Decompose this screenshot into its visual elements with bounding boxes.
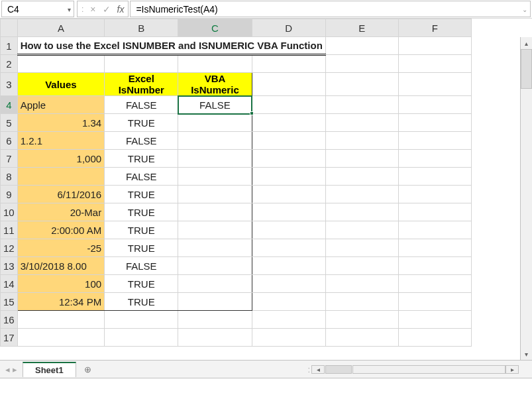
col-header-B[interactable]: B [105, 19, 178, 37]
cell[interactable] [398, 55, 471, 73]
spreadsheet-grid[interactable]: A B C D E F 1 How to use the Excel ISNUM… [0, 19, 532, 360]
cell[interactable] [252, 239, 325, 257]
cell[interactable] [398, 114, 471, 132]
cell[interactable]: FALSE [105, 132, 178, 150]
cell[interactable] [252, 293, 325, 311]
col-header-D[interactable]: D [252, 19, 325, 37]
scroll-down-icon[interactable]: ▾ [521, 348, 532, 360]
cell[interactable] [325, 114, 398, 132]
cell[interactable] [178, 329, 252, 347]
row-header[interactable]: 16 [1, 311, 18, 329]
cell[interactable] [325, 132, 398, 150]
cell[interactable] [325, 221, 398, 239]
cell[interactable] [398, 132, 471, 150]
scroll-thumb[interactable] [521, 49, 532, 89]
cell[interactable] [17, 168, 104, 186]
cell[interactable] [178, 293, 252, 311]
cell[interactable] [178, 275, 252, 293]
cell[interactable] [178, 150, 252, 168]
cell[interactable] [252, 73, 325, 96]
cell[interactable]: TRUE [105, 275, 178, 293]
formula-bar[interactable]: ⌄ [130, 1, 531, 17]
cell[interactable] [325, 55, 398, 73]
cell[interactable] [398, 168, 471, 186]
scroll-thumb[interactable] [325, 365, 352, 374]
row-header[interactable]: 8 [1, 168, 18, 186]
cell[interactable]: FALSE [105, 168, 178, 186]
cell[interactable] [252, 186, 325, 203]
cell[interactable]: 1.34 [17, 114, 104, 132]
cell[interactable] [325, 275, 398, 293]
cell[interactable]: TRUE [105, 293, 178, 311]
select-all-corner[interactable] [1, 19, 18, 37]
cell[interactable] [398, 257, 471, 275]
col-header-E[interactable]: E [325, 19, 398, 37]
cell[interactable]: TRUE [105, 186, 178, 203]
cell[interactable] [178, 186, 252, 203]
scroll-track[interactable] [521, 89, 532, 348]
cell[interactable] [252, 221, 325, 239]
cell[interactable]: 1.2.1 [17, 132, 104, 150]
cell[interactable] [178, 168, 252, 186]
cell[interactable] [398, 186, 471, 203]
tab-nav-prev[interactable]: ◂▸ [0, 365, 23, 374]
name-box-input[interactable] [2, 1, 74, 17]
cell[interactable]: 12:34 PM [17, 293, 104, 311]
row-header[interactable]: 3 [1, 73, 18, 96]
cell[interactable] [398, 73, 471, 96]
cell[interactable] [398, 96, 471, 114]
cell[interactable] [398, 37, 471, 55]
cell[interactable] [398, 311, 471, 329]
cell[interactable]: TRUE [105, 114, 178, 132]
cell[interactable]: 20-Mar [17, 203, 104, 221]
cell[interactable] [17, 55, 104, 73]
cell[interactable] [178, 239, 252, 257]
horizontal-scrollbar[interactable]: ◂ ▸ [311, 365, 519, 374]
cell[interactable] [178, 114, 252, 132]
scroll-right-icon[interactable]: ▸ [505, 365, 519, 374]
cell[interactable] [105, 311, 178, 329]
cell[interactable] [325, 96, 398, 114]
cell[interactable]: FALSE [105, 257, 178, 275]
scroll-left-icon[interactable]: ◂ [311, 365, 325, 374]
cell[interactable] [325, 186, 398, 203]
col-header-A[interactable]: A [17, 19, 104, 37]
cell[interactable] [325, 239, 398, 257]
cell[interactable] [178, 311, 252, 329]
cell[interactable] [178, 132, 252, 150]
cell[interactable] [252, 168, 325, 186]
cell[interactable] [252, 329, 325, 347]
cell[interactable] [325, 168, 398, 186]
cancel-icon[interactable]: × [90, 4, 95, 15]
cell[interactable]: 2:00:00 AM [17, 221, 104, 239]
cell[interactable] [178, 203, 252, 221]
row-header[interactable]: 10 [1, 203, 18, 221]
row-header[interactable]: 9 [1, 186, 18, 203]
cell[interactable] [252, 311, 325, 329]
cell[interactable] [252, 203, 325, 221]
formula-input[interactable] [136, 4, 525, 15]
sheet-tab-active[interactable]: Sheet1 [23, 362, 76, 377]
cell[interactable] [398, 150, 471, 168]
row-header[interactable]: 14 [1, 275, 18, 293]
cell-A4[interactable]: Apple [17, 96, 104, 114]
cell[interactable] [325, 311, 398, 329]
cell[interactable] [325, 37, 398, 55]
fill-handle[interactable] [250, 111, 254, 115]
cell[interactable] [105, 329, 178, 347]
title-cell[interactable]: How to use the Excel ISNUMBER and ISNUME… [17, 37, 325, 55]
cell[interactable]: -25 [17, 239, 104, 257]
cell[interactable] [252, 150, 325, 168]
cell[interactable] [398, 329, 471, 347]
scroll-track[interactable] [352, 365, 505, 374]
row-header[interactable]: 1 [1, 37, 18, 55]
cell[interactable] [252, 132, 325, 150]
cell[interactable]: TRUE [105, 203, 178, 221]
header-isnumber[interactable]: Excel IsNumber [105, 73, 178, 96]
row-header[interactable]: 13 [1, 257, 18, 275]
row-header[interactable]: 2 [1, 55, 18, 73]
cell[interactable]: TRUE [105, 239, 178, 257]
cell[interactable] [252, 275, 325, 293]
row-header[interactable]: 12 [1, 239, 18, 257]
cell[interactable] [325, 203, 398, 221]
